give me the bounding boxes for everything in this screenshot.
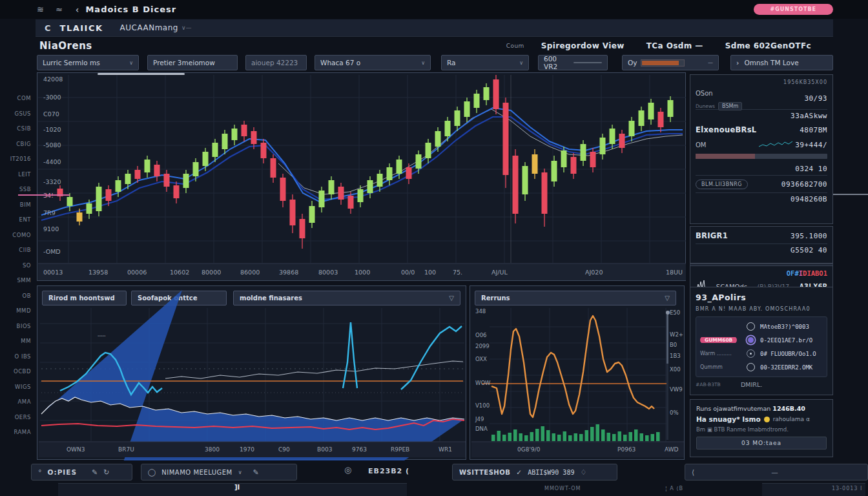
watchlist-item[interactable]: AMA [18, 398, 31, 405]
stat-row: OSonDunews BSMm30/93 [696, 87, 827, 110]
opies-button[interactable]: ° O:PIES ✎ ↻ [31, 464, 132, 480]
svg-text:3800: 3800 [205, 446, 220, 453]
watchlist-item[interactable]: GSUS [14, 110, 31, 117]
vr-slider[interactable]: 600 VR2 [538, 55, 608, 70]
stat-progress-bar [696, 154, 827, 159]
info-action-button[interactable]: 03 MO:taea [696, 437, 827, 450]
subscribe-badge[interactable]: #GUNSTOTBE [754, 4, 834, 15]
watchlist-item[interactable]: OB [22, 293, 31, 299]
watchlist-item[interactable]: CSIB [17, 125, 31, 132]
watchlist-item[interactable]: SO [23, 262, 31, 269]
pink-badge: GUMM60B [700, 337, 737, 343]
watchlist-item[interactable]: CIIB [19, 247, 31, 253]
stat-row: 33aASkww [696, 110, 827, 122]
watchlist-item[interactable]: BIOS [17, 323, 31, 329]
watchlist-item[interactable]: MM [21, 338, 31, 344]
dash-icon: — [771, 468, 778, 476]
page-title: NiaOrens [39, 40, 92, 52]
tab-track[interactable]: TLAIICK [60, 23, 103, 33]
filter-group-input[interactable]: aiouep 42223 [245, 55, 307, 70]
bottom-toolbar: ° O:PIES ✎ ↻ ◯ NIMAMO MEELUGEM ∨ ✎ ◎ EB2… [0, 464, 868, 481]
filter-period-button[interactable]: Pretier 3meiomow [147, 55, 238, 70]
svg-text:9100: 9100 [43, 225, 59, 232]
svg-text:VW9: VW9 [670, 386, 683, 393]
watchlist-item[interactable]: BIM [20, 202, 31, 208]
target-icon[interactable]: ◎ [344, 465, 351, 475]
returns-panel[interactable]: Rerruns ▽ 348O062099OXXWOWV100J49DNAE50W… [470, 285, 685, 460]
clipped-panel [58, 483, 407, 496]
chevron-down-icon: ∨ [421, 60, 425, 66]
watchlist-item[interactable]: SMM [17, 277, 31, 284]
stat-pill[interactable]: BLM.LII3BNRG [696, 180, 748, 189]
watchlist-item[interactable]: OERS [15, 414, 31, 420]
ai-point-row[interactable]: MAtoeB3?)^0003 [700, 320, 823, 333]
current-price-line [18, 194, 70, 196]
oscillator-panel[interactable]: Rirod m hoontswd Soofapok onttce moldne … [37, 285, 466, 460]
watchlist-item[interactable]: RAMA [14, 429, 31, 435]
watchlist-item[interactable]: COM [17, 95, 31, 101]
stat-row: OM 39+444/ [696, 138, 827, 152]
svg-text:J49: J49 [475, 416, 484, 422]
watchlist-item[interactable]: ENT [19, 216, 31, 223]
pencil-icon[interactable]: ✎ [253, 468, 259, 477]
svg-text:-4400: -4400 [43, 158, 61, 165]
svg-text:0G8'9/0: 0G8'9/0 [517, 446, 541, 453]
back-icon[interactable]: ‹ [76, 5, 79, 15]
watchlist-item[interactable]: CBIG [16, 141, 31, 147]
strategy-run-button[interactable]: › Omnsh TM Love [730, 55, 833, 70]
svg-text:WOW: WOW [475, 380, 491, 386]
tab-scanning[interactable]: AUCAANmang [120, 23, 178, 32]
whitelist-status[interactable]: WSITTESHOB ✓ ABII$W90 389 ♢ [452, 464, 617, 480]
watchlist-item[interactable]: IT2016 [10, 156, 31, 162]
col-label-tca: TCa Osdm — [646, 41, 703, 50]
pencil-icon[interactable]: ✎ [92, 468, 98, 477]
misc-control[interactable]: ⟨ — [685, 464, 868, 480]
svg-text:AWD: AWD [665, 446, 679, 453]
col-label-count: Coum [506, 43, 524, 49]
watchlist-item[interactable]: WIGS [15, 384, 31, 390]
filter-ra-select[interactable]: Ra∨ [441, 55, 529, 70]
svg-text:W2+: W2+ [670, 331, 683, 338]
filter-watch-select[interactable]: Whaca 67 o∨ [315, 55, 431, 70]
svg-text:10602: 10602 [170, 269, 189, 276]
app-logo-icon: C [45, 23, 51, 33]
ai-points-title: 93_APolirs [696, 293, 827, 302]
ai-point-row[interactable]: GUMM60B0-2EEQ1AE7.br/O [700, 333, 823, 347]
stat-row: BRIGR1395.1000 [696, 228, 827, 244]
svg-text:V100: V100 [475, 402, 490, 409]
progress-bar [641, 59, 685, 67]
svg-text:-5080: -5080 [43, 141, 61, 149]
wave2-icon[interactable]: ≈ [56, 5, 63, 14]
refresh-icon[interactable]: ↻ [103, 468, 109, 477]
svg-text:18UU: 18UU [666, 269, 683, 276]
svg-text:WR1: WR1 [439, 446, 452, 453]
slider-track[interactable] [574, 62, 602, 63]
wave-icon[interactable]: ≋ [37, 5, 44, 14]
diamond-icon: ♢ [580, 468, 586, 477]
stat-row: ElxenoueBRsL4807BM [696, 122, 827, 138]
ai-point-row[interactable]: Qummm00-32EEDRR2.OMK [700, 360, 823, 374]
svg-text:AJ/UL: AJ/UL [491, 269, 508, 276]
watchlist-item[interactable]: LEIT [18, 171, 31, 178]
ai-footer-label: DMIRL. [741, 381, 762, 388]
oy-progress-control[interactable]: Oy — [622, 55, 719, 70]
ai-point-row[interactable]: Warm .........0# FLUOUBR/Oo1.O [700, 347, 823, 360]
svg-text:O06: O06 [475, 332, 487, 338]
stat-row [696, 154, 827, 163]
signal-off-text: OF# [787, 269, 799, 277]
watchlist-item[interactable]: MMD [16, 307, 31, 314]
svg-text:R9PEB: R9PEB [391, 446, 409, 453]
filter-symbol-select[interactable]: Lurric Sermlo ms∨ [37, 55, 139, 70]
watchlist-item[interactable]: OCBD [14, 368, 31, 375]
check-icon: ✓ [516, 468, 522, 476]
watchlist-item[interactable]: O IBS [15, 353, 31, 360]
watchlist-item[interactable]: SSB [19, 186, 31, 192]
main-candlestick-chart[interactable]: 0001313958000061060280000860003986880003… [37, 72, 686, 281]
mode-dropdown[interactable]: ◯ NIMAMO MEELUGEM ∨ ✎ [141, 464, 297, 480]
chevron-down-icon: ∨ [129, 60, 133, 66]
trading-dashboard: ≋ ≈ ‹ Madoics B Dicesr #GUNSTOTBE C TLAI… [0, 0, 868, 496]
svg-text:80003: 80003 [318, 269, 338, 276]
watchlist-item[interactable]: COMO [12, 232, 31, 238]
svg-text:2099: 2099 [475, 343, 490, 349]
svg-text:1970: 1970 [240, 446, 254, 453]
